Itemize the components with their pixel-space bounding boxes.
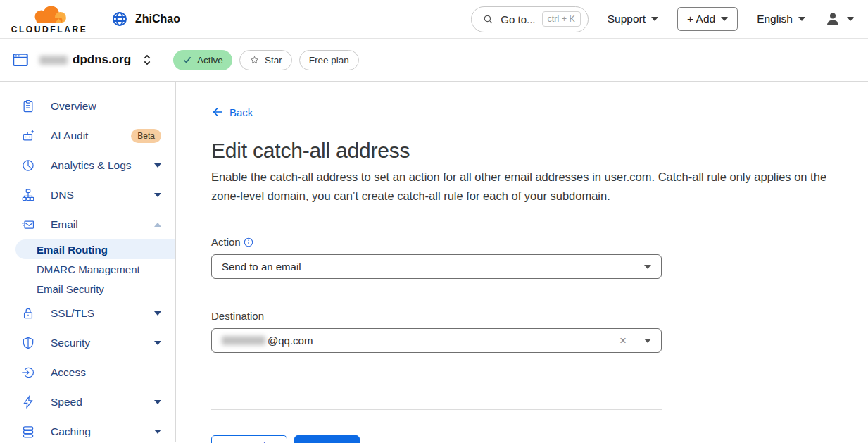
- account-switcher[interactable]: ZhiChao: [111, 11, 180, 27]
- destination-combobox[interactable]: @qq.com ×: [211, 328, 662, 353]
- sidebar-item-label: Email: [51, 218, 139, 231]
- sidebar-item-security[interactable]: Security: [0, 328, 175, 358]
- sidebar-item-email[interactable]: Email: [0, 210, 175, 239]
- search-placeholder: Go to...: [501, 13, 535, 25]
- plan-badge-label: Free plan: [309, 55, 349, 65]
- sidebar-item-email-security[interactable]: Email Security: [0, 279, 175, 299]
- account-name: ZhiChao: [135, 13, 180, 25]
- sidebar-item-label: Access: [51, 366, 161, 379]
- sidebar-subitem-label: Email Routing: [37, 244, 108, 256]
- language-label: English: [757, 13, 793, 25]
- cache-stack-icon: [21, 425, 35, 439]
- sidebar-item-label: SSL/TLS: [51, 307, 139, 320]
- plan-badge[interactable]: Free plan: [299, 50, 359, 70]
- page-description: Enable the catch-all address to set an a…: [211, 168, 835, 205]
- sidebar-nav: Overview AI Audit Beta An: [0, 82, 176, 442]
- action-select[interactable]: Send to an email: [211, 254, 662, 279]
- sidebar-item-speed[interactable]: Speed: [0, 387, 175, 417]
- cloudflare-logo[interactable]: CLOUDFLARE: [7, 4, 92, 35]
- analytics-icon: [21, 158, 35, 173]
- sidebar-item-analytics-logs[interactable]: Analytics & Logs: [0, 151, 175, 180]
- support-menu[interactable]: Support: [608, 13, 658, 25]
- destination-field-label: Destination: [211, 310, 662, 322]
- chevron-down-icon: [847, 17, 854, 21]
- sidebar-item-overview[interactable]: Overview: [0, 92, 175, 121]
- arrow-left-icon: [211, 106, 224, 118]
- save-button[interactable]: Save: [294, 435, 360, 443]
- sidebar-item-ssl-tls[interactable]: SSL/TLS: [0, 299, 175, 328]
- cancel-button[interactable]: Cancel: [211, 435, 287, 443]
- ai-audit-icon: [21, 129, 35, 143]
- chevron-down-icon: [154, 193, 161, 197]
- chevron-down-icon: [154, 430, 161, 434]
- back-label: Back: [229, 106, 253, 118]
- chevron-down-icon: [154, 400, 161, 404]
- star-label: Star: [265, 55, 282, 65]
- chevron-down-icon[interactable]: [644, 339, 651, 343]
- sidebar-item-email-routing[interactable]: Email Routing: [15, 239, 175, 259]
- action-label-text: Action: [211, 236, 241, 248]
- zone-domain: dpdns.org: [73, 53, 131, 67]
- info-icon[interactable]: [243, 237, 254, 248]
- keyboard-shortcut-hint: ctrl + K: [542, 11, 581, 27]
- top-header: CLOUDFLARE ZhiChao Go to... ctrl + K: [0, 0, 868, 39]
- chevron-down-icon: [651, 17, 658, 21]
- main-content: Back Edit catch-all address Enable the c…: [176, 82, 868, 442]
- cloudflare-cloud-icon: [26, 4, 73, 26]
- catch-all-form: Action Send to an email Destination @qq.…: [211, 236, 662, 443]
- globe-icon: [111, 11, 128, 27]
- sidebar-item-label: Analytics & Logs: [51, 159, 139, 172]
- action-selected-value: Send to an email: [222, 261, 301, 273]
- beta-badge: Beta: [131, 129, 161, 143]
- add-button[interactable]: + Add: [677, 7, 738, 31]
- page-title: Edit catch-all address: [211, 139, 868, 163]
- sidebar-item-ai-audit[interactable]: AI Audit Beta: [0, 121, 175, 151]
- back-link[interactable]: Back: [211, 106, 253, 118]
- sidebar-item-label: Caching: [51, 425, 139, 438]
- zone-bar: dpdns.org Active Star Free plan: [0, 39, 868, 82]
- sidebar-item-label: DNS: [51, 189, 139, 201]
- cloudflare-wordmark: CLOUDFLARE: [11, 25, 88, 35]
- lightning-icon: [21, 395, 35, 409]
- sidebar-item-dmarc-management[interactable]: DMARC Management: [0, 259, 175, 279]
- clipboard-icon: [21, 99, 35, 113]
- search-icon: [482, 13, 494, 25]
- sidebar-item-label: Security: [51, 337, 139, 349]
- sidebar-item-caching[interactable]: Caching: [0, 417, 175, 443]
- destination-value: @qq.com: [268, 335, 313, 347]
- check-icon: [182, 55, 192, 65]
- shield-icon: [21, 336, 35, 350]
- chevron-down-icon: [798, 17, 805, 21]
- sidebar-item-label: AI Audit: [51, 130, 122, 142]
- dns-icon: [21, 188, 35, 202]
- lock-icon: [21, 306, 35, 320]
- redacted-email-prefix: [222, 336, 265, 345]
- redacted-zone-prefix: [39, 56, 68, 65]
- chevron-down-icon: [154, 341, 161, 345]
- sidebar-item-access[interactable]: Access: [0, 358, 175, 387]
- user-icon: [824, 11, 841, 27]
- zone-name[interactable]: dpdns.org: [39, 53, 131, 67]
- chevron-down-icon: [154, 163, 161, 168]
- user-menu[interactable]: [824, 11, 854, 27]
- chevron-down-icon: [154, 311, 161, 316]
- global-search[interactable]: Go to... ctrl + K: [471, 6, 588, 32]
- sidebar-subitem-label: Email Security: [37, 283, 104, 295]
- language-menu[interactable]: English: [757, 13, 805, 25]
- website-icon: [11, 51, 30, 69]
- action-field-label: Action: [211, 236, 662, 248]
- chevron-down-icon: [644, 265, 651, 269]
- star-icon: [249, 55, 260, 65]
- access-icon: [21, 366, 35, 380]
- status-badge: Active: [173, 50, 232, 70]
- chevron-down-icon: [721, 17, 728, 21]
- clear-icon[interactable]: ×: [619, 335, 627, 347]
- destination-label-text: Destination: [211, 310, 264, 322]
- email-icon: [21, 218, 35, 232]
- zone-switcher-unfold-icon[interactable]: [139, 52, 155, 68]
- status-badge-label: Active: [197, 55, 223, 65]
- chevron-up-icon: [154, 223, 161, 227]
- add-label: + Add: [687, 13, 715, 25]
- sidebar-item-dns[interactable]: DNS: [0, 180, 175, 210]
- star-button[interactable]: Star: [239, 50, 292, 70]
